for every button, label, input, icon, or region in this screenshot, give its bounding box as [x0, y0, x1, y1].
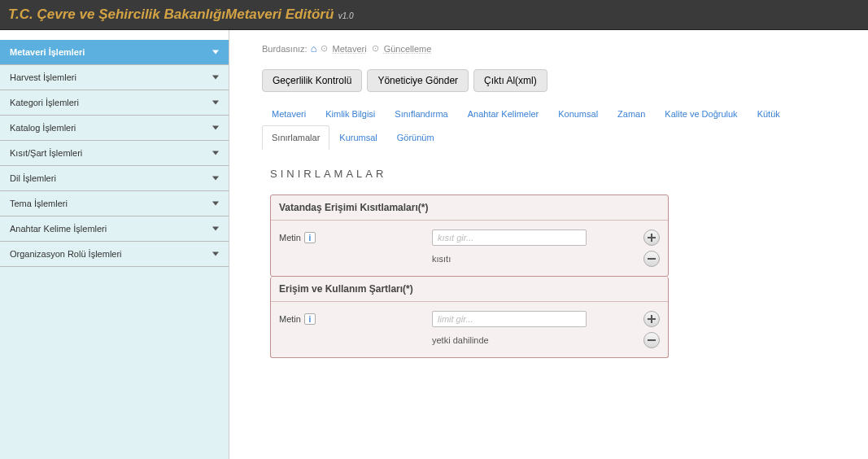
plus-icon: [648, 315, 656, 323]
value-row: kısıtı: [279, 248, 660, 269]
label-text: Metin: [279, 233, 301, 243]
action-buttons: Geçerlilik Kontrolü Yöneticiye Gönder Çı…: [262, 69, 852, 92]
form-panels: Vatandaş Erişimi Kısıtlamaları(*) Metin …: [270, 195, 669, 358]
sidebar-spacer: [0, 30, 229, 40]
minus-icon: [648, 255, 656, 263]
info-icon[interactable]: i: [304, 232, 316, 243]
sidebar-item-kisit-sart[interactable]: Kısıt/Şart İşlemleri: [0, 141, 229, 166]
sidebar-item-katalog[interactable]: Katalog İşlemleri: [0, 116, 229, 141]
add-button[interactable]: [643, 311, 660, 327]
sidebar-item-tema[interactable]: Tema İşlemleri: [0, 191, 229, 216]
export-xml-button[interactable]: Çıktı Al(xml): [473, 69, 547, 92]
tab-bar: Metaveri Kimlik Bilgisi Sınıflandırma An…: [262, 102, 852, 150]
tab-zaman[interactable]: Zaman: [608, 102, 655, 125]
sidebar-item-harvest[interactable]: Harvest İşlemleri: [0, 65, 229, 90]
tab-kimlik-bilgisi[interactable]: Kimlik Bilgisi: [316, 102, 385, 125]
tab-sinirlamalar[interactable]: Sınırlamalar: [262, 125, 329, 150]
sidebar-item-metaveri[interactable]: Metaveri İşlemleri: [0, 40, 229, 65]
value-row: yetki dahilinde: [279, 330, 660, 351]
sidebar-item-label: Organizasyon Rolü İşlemleri: [10, 249, 122, 259]
sidebar-item-label: Metaveri İşlemleri: [10, 47, 85, 57]
section-title: SINIRLAMALAR: [270, 168, 852, 180]
breadcrumb-label: Burdasınız:: [262, 44, 308, 54]
panel-header: Vatandaş Erişimi Kısıtlamaları(*): [271, 195, 668, 221]
tab-gorunum[interactable]: Görünüm: [387, 125, 444, 150]
form-row: Metin i: [279, 227, 660, 248]
value-text: kısıtı: [432, 251, 587, 266]
sidebar-item-label: Dil İşlemleri: [10, 173, 56, 183]
sidebar-item-organizasyon-rolu[interactable]: Organizasyon Rolü İşlemleri: [0, 242, 229, 267]
form-label: Metin i: [279, 313, 425, 325]
sidebar-item-anahtar-kelime[interactable]: Anahtar Kelime İşlemleri: [0, 216, 229, 242]
form-row: Metin i: [279, 308, 660, 330]
sidebar-item-label: Katalog İşlemleri: [10, 123, 76, 133]
svg-rect-1: [648, 339, 656, 341]
sidebar: Metaveri İşlemleri Harvest İşlemleri Kat…: [0, 30, 229, 459]
kisit-input[interactable]: [432, 230, 587, 246]
add-button[interactable]: [643, 230, 660, 246]
breadcrumb-item[interactable]: Metaveri: [331, 44, 369, 54]
sidebar-item-label: Kısıt/Şart İşlemleri: [10, 148, 82, 158]
value-text: yetki dahilinde: [432, 333, 587, 348]
breadcrumb-item[interactable]: Güncelleme: [382, 44, 434, 54]
breadcrumb-sep-icon: ⊙: [321, 43, 328, 54]
breadcrumb-sep-icon: ⊙: [372, 43, 379, 54]
sidebar-item-dil[interactable]: Dil İşlemleri: [0, 166, 229, 191]
panel-header: Erişim ve Kullanım Şartları(*): [271, 277, 668, 302]
sidebar-item-kategori[interactable]: Kategori İşlemleri: [0, 90, 229, 116]
app-title: T.C. Çevre ve Şehircilik BakanlığıMetave…: [8, 7, 334, 22]
sidebar-item-label: Tema İşlemleri: [10, 199, 68, 208]
main-content: Burdasınız: ⌂ ⊙ Metaveri ⊙ Güncelleme Ge…: [229, 30, 868, 459]
tab-metaveri[interactable]: Metaveri: [262, 102, 316, 125]
sidebar-item-label: Anahtar Kelime İşlemleri: [10, 224, 107, 234]
app-version: v1.0: [338, 11, 354, 20]
form-label: Metin i: [279, 232, 425, 243]
info-icon[interactable]: i: [304, 313, 316, 325]
home-icon[interactable]: ⌂: [311, 42, 317, 55]
remove-button[interactable]: [643, 251, 660, 267]
tab-anahtar-kelimeler[interactable]: Anahtar Kelimeler: [458, 102, 548, 125]
plus-icon: [648, 234, 656, 242]
tab-konumsal[interactable]: Konumsal: [548, 102, 608, 125]
panel-vatandas-erisimi: Vatandaş Erişimi Kısıtlamaları(*) Metin …: [270, 195, 669, 277]
tab-siniflandirma[interactable]: Sınıflandırma: [385, 102, 457, 125]
tab-kurumsal[interactable]: Kurumsal: [329, 125, 386, 150]
label-text: Metin: [279, 314, 301, 324]
limit-input[interactable]: [432, 311, 587, 327]
tab-kutuk[interactable]: Kütük: [748, 102, 790, 125]
svg-rect-0: [648, 258, 656, 260]
minus-icon: [648, 336, 656, 344]
panel-erisim-kullanim: Erişim ve Kullanım Şartları(*) Metin i: [270, 277, 669, 358]
send-manager-button[interactable]: Yöneticiye Gönder: [367, 69, 469, 92]
validate-button[interactable]: Geçerlilik Kontrolü: [262, 69, 362, 92]
tab-kalite-dogruluk[interactable]: Kalite ve Doğruluk: [655, 102, 747, 125]
sidebar-item-label: Kategori İşlemleri: [10, 98, 79, 107]
breadcrumb: Burdasınız: ⌂ ⊙ Metaveri ⊙ Güncelleme: [262, 42, 852, 55]
remove-button[interactable]: [643, 332, 660, 348]
app-header: T.C. Çevre ve Şehircilik BakanlığıMetave…: [0, 0, 868, 30]
sidebar-item-label: Harvest İşlemleri: [10, 72, 76, 82]
